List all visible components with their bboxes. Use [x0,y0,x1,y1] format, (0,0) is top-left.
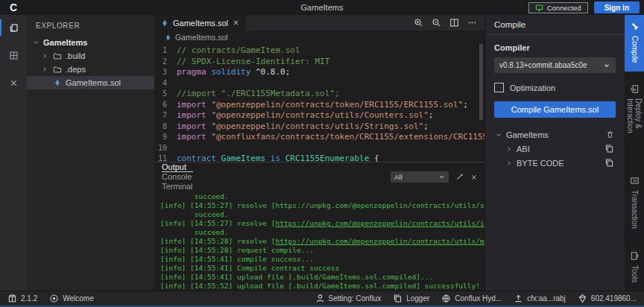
editor-column: GameItems.sol [154,15,484,291]
chevron-right-icon [505,159,514,167]
output-tab-output[interactable]: Output [162,162,193,172]
trash-icon[interactable] [606,130,616,139]
activity-item-grid-plus[interactable] [0,47,27,63]
breadcrumb[interactable]: GameItems.sol [154,31,484,44]
code-editor[interactable]: 1// contracts/GameItem.sol2// SPDX-Licen… [154,44,484,162]
more-actions-icon[interactable] [467,18,477,28]
split-editor-icon[interactable] [449,18,459,28]
log-line: [info] [14:55:27] resolve [https://unpkg… [160,201,484,210]
editor-scrollbar[interactable] [479,44,483,120]
statusbar-item[interactable]: Welcome [49,294,94,303]
compiler-version-dropdown[interactable]: v0.8.13+commit.abaa5c0e [494,57,616,73]
chevron-down-icon [494,131,503,139]
activity-bar [0,15,27,291]
optimization-checkbox[interactable] [494,83,504,92]
connected-label: Connected [547,4,581,12]
solidity-icon [161,19,168,28]
statusbar-item-label: Logger [406,294,429,303]
explorer-header: EXPLORER [27,15,154,36]
compiled-contract-label: GameItems [506,130,549,139]
right-tab-transaction[interactable]: Transaction [625,169,644,237]
statusbar-item-label: Welcome [63,294,94,303]
explorer-item-label: GameItems.sol [66,78,121,87]
compile-panel: Compile Compiler v0.8.13+commit.abaa5c0e… [484,15,625,291]
right-tab-compile[interactable]: Compile [625,15,644,72]
compile-panel-title: Compile [485,15,625,35]
clear-output-icon[interactable] [455,173,464,181]
status-bar: 2.1.2Welcome Setting: ConfluxLoggerConfl… [0,291,644,306]
copy-icon[interactable] [604,144,616,154]
output-tab-console[interactable]: Console [162,172,193,182]
breadcrumb-label: GameItems.sol [175,33,228,42]
code-line: 2// SPDX-License-Identifier: MIT [154,57,484,68]
compile-button[interactable]: Compile GameItems.sol [494,101,616,118]
output-tab-terminal[interactable]: Terminal [162,182,193,192]
monitor-icon [535,4,543,12]
chevron-right-icon [505,145,514,153]
output-panel: OutputConsoleTerminal All [154,162,484,291]
compiled-contract-row[interactable]: GameItems [494,127,616,142]
code-line: 6import "@openzeppelin/contracts/token/E… [154,100,484,111]
log-line: succeed. [160,192,484,201]
log-line: [info] [14:55:41] compile success... [160,255,484,264]
right-tab-label: Tools [631,265,639,282]
tab-close-icon[interactable] [233,19,239,26]
statusbar-item[interactable]: cfx:aa...rabj [514,294,566,303]
code-line: 1// contracts/GameItem.sol [154,45,484,57]
copy-icon [393,294,402,303]
signin-button[interactable]: Sign in [594,1,640,13]
upload-icon [514,294,523,303]
statusbar-item[interactable]: Setting: Conflux [315,294,382,303]
x-tool-icon [9,78,19,88]
compile-tree-item[interactable]: ABI [494,142,616,156]
compile-tree-item[interactable]: BYTE CODE [494,156,616,170]
code-line: 4 [154,78,484,89]
zoom-in-icon[interactable] [414,18,423,28]
code-line: 7import "@openzeppelin/contracts/utils/C… [154,110,484,121]
right-tab-label: Transaction [631,190,639,229]
log-line: [info] [14:55:41] upload file [.build/Ga… [160,273,484,282]
compile-button-label: Compile GameItems.sol [511,105,599,114]
explorer-item[interactable]: .build [27,49,154,63]
right-tab-tools[interactable]: Tools [625,244,644,291]
log-line: [info] [14:55:28] request compile... [160,246,484,255]
statusbar-item[interactable]: 2.1.2 [7,294,37,303]
code-line: 9import "@confluxfans/contracts/token/CR… [154,132,484,143]
activity-item-files[interactable] [0,19,27,36]
copy-icon[interactable] [604,158,616,168]
explorer-item[interactable]: GameItems.sol [27,76,154,89]
folder-icon [52,51,63,60]
code-line: 11contract GameItems is CRC1155Enumerabl… [154,154,484,162]
explorer-root-gameitems[interactable]: GameItems [27,36,154,49]
zoom-out-icon[interactable] [432,18,441,28]
statusbar-item[interactable]: Logger [393,294,429,303]
log-line: succeed. [160,228,484,237]
tab-gameitems-sol[interactable]: GameItems.sol [154,15,246,31]
log-filter-value: All [394,173,402,181]
chevron-right-icon [40,66,49,73]
grid-plus-icon [9,51,19,60]
package-icon [7,294,17,303]
statusbar-item[interactable]: 602.419860... [578,294,637,303]
person-icon [315,294,325,303]
explorer-item-label: .build [66,51,85,60]
explorer-item-label: .deps [66,65,86,74]
log-filter-dropdown[interactable]: All [391,171,449,183]
solidity-icon [165,34,171,42]
close-panel-icon[interactable] [470,174,478,181]
solidity-icon [52,78,63,87]
optimization-label: Optimization [510,83,555,92]
connected-button[interactable]: Connected [528,2,588,13]
code-line: 5//import "./ERC1155Metadata.sol"; [154,89,484,100]
activity-item-x-tool[interactable] [0,75,27,91]
disc-icon [49,294,59,303]
transaction-icon [630,176,640,186]
compiler-version-value: v0.8.13+commit.abaa5c0e [499,61,587,69]
files-icon [9,23,19,33]
gem-icon [578,294,587,303]
log-line: [info] [14:55:28] resolve [https://unpkg… [160,237,484,246]
right-tab-deploy-interaction[interactable]: Deploy & Interaction [625,77,644,147]
hammer-icon [630,22,640,31]
statusbar-item[interactable]: Conflux Hyd... [441,294,502,303]
explorer-item[interactable]: .deps [27,63,154,76]
